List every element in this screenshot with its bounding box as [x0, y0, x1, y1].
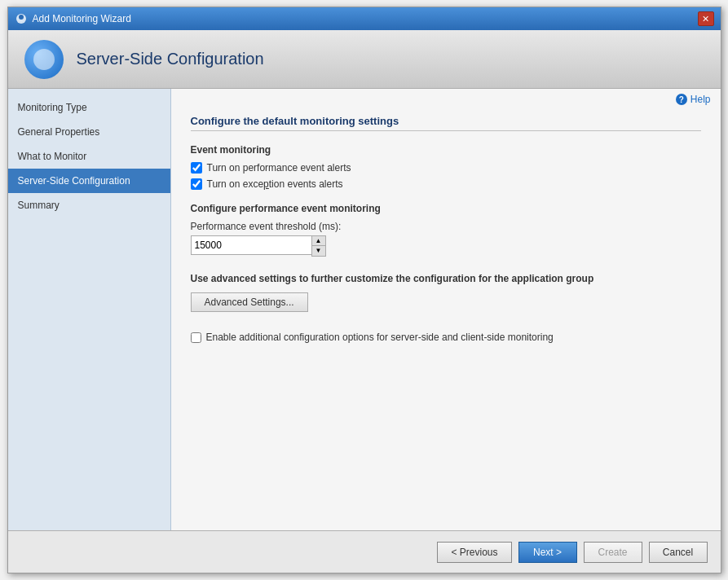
help-label: Help — [690, 94, 711, 105]
perf-alerts-label[interactable]: Turn on performance event alerts — [207, 162, 351, 174]
window-icon — [15, 12, 28, 25]
sidebar-item-monitoring-type[interactable]: Monitoring Type — [8, 95, 170, 120]
svg-point-1 — [19, 15, 24, 20]
sidebar-item-general-properties[interactable]: General Properties — [8, 120, 170, 144]
sidebar-item-summary[interactable]: Summary — [8, 193, 170, 218]
sidebar-item-what-to-monitor[interactable]: What to Monitor — [8, 144, 170, 169]
spinner-down-button[interactable]: ▼ — [312, 246, 325, 256]
threshold-label: Performance event threshold (ms): — [191, 221, 701, 232]
exception-alerts-label[interactable]: Turn on exception events alerts — [207, 178, 343, 190]
next-button[interactable]: Next > — [518, 542, 577, 563]
perf-alerts-row: Turn on performance event alerts — [191, 162, 701, 174]
perf-alerts-checkbox[interactable] — [191, 162, 202, 174]
sidebar: Monitoring Type General Properties What … — [8, 89, 171, 530]
spinner-up-button[interactable]: ▲ — [312, 236, 325, 246]
page-title: Server-Side Configuration — [77, 50, 264, 68]
advanced-settings-button[interactable]: Advanced Settings... — [191, 292, 308, 312]
header-icon — [24, 40, 64, 79]
create-button[interactable]: Create — [584, 542, 642, 563]
help-icon: ? — [676, 94, 687, 105]
sidebar-item-server-side[interactable]: Server-Side Configuration — [8, 169, 170, 193]
close-button[interactable]: ✕ — [698, 11, 714, 26]
cancel-button[interactable]: Cancel — [649, 542, 708, 563]
threshold-input[interactable] — [191, 235, 311, 255]
previous-button[interactable]: < Previous — [437, 542, 511, 563]
footer-bar: < Previous Next > Create Cancel — [8, 530, 721, 573]
configure-title: Configure the default monitoring setting… — [191, 115, 701, 131]
exception-alerts-checkbox[interactable] — [191, 178, 202, 190]
help-link[interactable]: ? Help — [676, 94, 711, 105]
event-monitoring-label: Event monitoring — [191, 144, 701, 156]
window-title: Add Monitoring Wizard — [33, 13, 698, 24]
wizard-window: Add Monitoring Wizard ✕ Server-Side Conf… — [7, 7, 721, 573]
content-area: Monitoring Type General Properties What … — [8, 89, 721, 530]
additional-options-label[interactable]: Enable additional configuration options … — [206, 332, 554, 343]
main-content: Configure the default monitoring setting… — [171, 107, 721, 530]
additional-options-checkbox[interactable] — [191, 332, 201, 343]
main-panel: ? Help Configure the default monitoring … — [171, 89, 721, 530]
exception-alerts-row: Turn on exception events alerts — [191, 178, 701, 190]
title-bar: Add Monitoring Wizard ✕ — [8, 7, 721, 30]
spinner-buttons: ▲ ▼ — [311, 235, 326, 257]
advanced-section-text: Use advanced settings to further customi… — [191, 273, 701, 284]
threshold-spinner: ▲ ▼ — [191, 235, 328, 257]
help-row: ? Help — [171, 89, 721, 107]
additional-options-row: Enable additional configuration options … — [191, 332, 701, 343]
perf-section-label: Configure performance event monitoring — [191, 203, 701, 214]
header-bar: Server-Side Configuration — [8, 30, 721, 89]
